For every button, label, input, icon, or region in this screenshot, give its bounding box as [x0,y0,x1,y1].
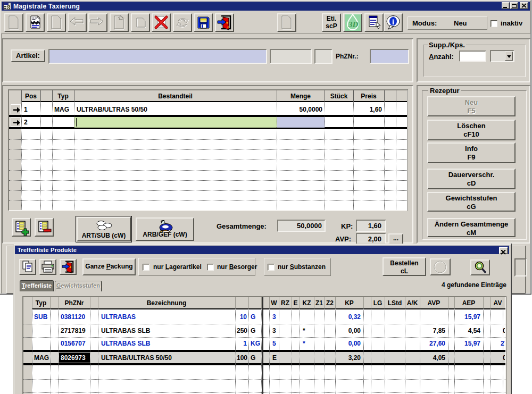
svg-text:3D: 3D [348,20,359,29]
